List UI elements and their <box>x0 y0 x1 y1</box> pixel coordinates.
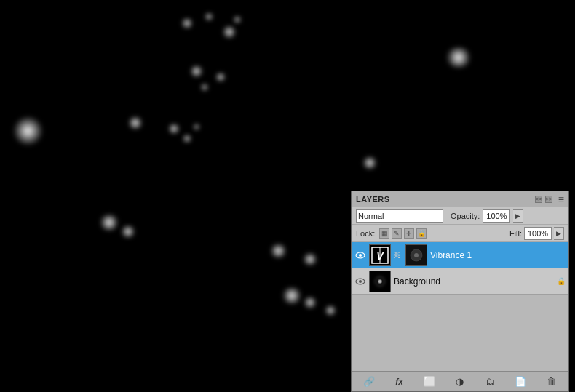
layer-lock-background: 🔒 <box>557 277 566 286</box>
panel-title: LAYERS <box>356 195 390 204</box>
layer-name-background: Background <box>394 276 554 287</box>
layers-panel: LAYERS << >> ≡ Normal Dissolve Multiply … <box>351 191 569 392</box>
fill-label: Fill: <box>509 229 522 238</box>
adjustment-button[interactable]: ◑ <box>453 375 467 389</box>
visibility-toggle-background[interactable] <box>354 276 366 287</box>
lock-label: Lock: <box>356 229 375 238</box>
new-layer-button[interactable]: 📄 <box>513 375 528 389</box>
svg-point-14 <box>378 280 381 283</box>
opacity-more-button[interactable]: ▶ <box>513 209 523 223</box>
fill-input[interactable] <box>524 227 552 240</box>
svg-point-1 <box>359 254 362 257</box>
svg-point-8 <box>414 253 419 257</box>
lock-image-icon[interactable]: ✎ <box>392 228 402 239</box>
link-button[interactable]: 🔗 <box>362 375 376 389</box>
delete-button[interactable]: 🗑 <box>544 375 558 389</box>
layer-row-vibrance1[interactable]: V ⛓ Vibrance 1 <box>352 242 568 268</box>
group-button[interactable]: 🗂 <box>483 375 498 389</box>
blend-mode-row: Normal Dissolve Multiply Screen Overlay … <box>352 207 568 225</box>
expand-button[interactable]: >> <box>545 196 552 203</box>
layer-mask-vibrance1 <box>405 244 427 266</box>
layer-thumb-vibrance1: V <box>369 244 391 266</box>
lock-icons: ▦ ✎ ✛ 🔒 <box>379 228 427 239</box>
fx-button[interactable]: fx <box>392 375 407 389</box>
fill-group: Fill: ▶ <box>509 227 564 240</box>
layer-thumb-background <box>369 271 391 292</box>
new-fill-button[interactable]: ⬜ <box>422 375 437 389</box>
svg-point-10 <box>359 280 362 283</box>
opacity-label: Opacity: <box>451 212 480 220</box>
lock-all-icon[interactable]: 🔒 <box>416 228 427 239</box>
collapse-button[interactable]: << <box>535 196 542 203</box>
layer-row-background[interactable]: Background 🔒 <box>352 268 568 295</box>
layer-chain-vibrance1: ⛓ <box>394 251 401 259</box>
lock-transparent-icon[interactable]: ▦ <box>379 228 389 239</box>
layer-name-vibrance1: Vibrance 1 <box>430 250 566 260</box>
panel-menu-button[interactable]: ≡ <box>558 193 564 205</box>
visibility-toggle-vibrance1[interactable] <box>354 249 366 261</box>
panel-footer: 🔗 fx ⬜ ◑ 🗂 📄 🗑 <box>352 371 568 391</box>
fill-more-button[interactable]: ▶ <box>554 227 564 240</box>
blend-mode-select[interactable]: Normal Dissolve Multiply Screen Overlay <box>356 209 443 223</box>
opacity-input[interactable] <box>483 209 510 223</box>
lock-row: Lock: ▦ ✎ ✛ 🔒 Fill: ▶ <box>352 225 568 242</box>
layers-list: V ⛓ Vibrance 1 <box>352 242 568 371</box>
panel-controls: << >> ≡ <box>535 193 564 205</box>
lock-position-icon[interactable]: ✛ <box>404 228 414 239</box>
panel-header: LAYERS << >> ≡ <box>352 191 568 207</box>
